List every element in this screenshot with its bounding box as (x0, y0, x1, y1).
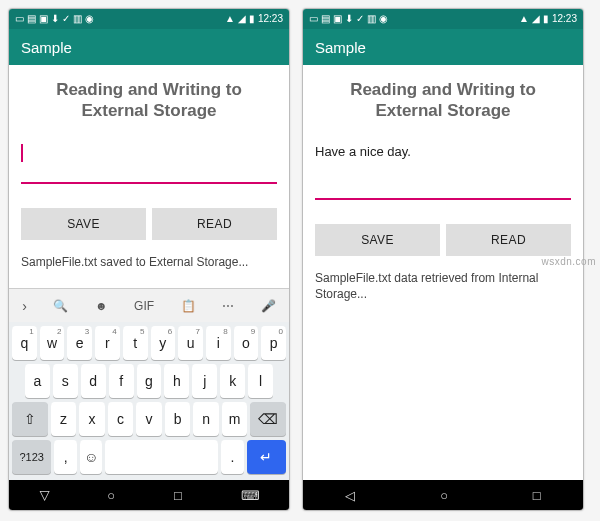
status-left-icons: ▭ ▤ ▣ ⬇ ✓ ▥ ◉ (309, 14, 388, 24)
signal-icon: ◢ (238, 14, 246, 24)
watermark: wsxdn.com (541, 255, 596, 266)
sd-icon: ▤ (27, 14, 36, 24)
nav-keyboard-icon[interactable]: ⌨ (241, 488, 260, 503)
content-area: Reading and Writing to External Storage … (303, 65, 583, 480)
text-input[interactable] (21, 140, 277, 184)
dot-icon: ◉ (379, 14, 388, 24)
wifi-icon: ▲ (519, 14, 529, 24)
app-title: Sample (21, 39, 72, 56)
key-b[interactable]: b (165, 402, 191, 436)
clipboard-icon[interactable]: 📋 (181, 299, 196, 313)
key-g[interactable]: g (137, 364, 162, 398)
gif-button[interactable]: GIF (134, 299, 154, 313)
save-button[interactable]: SAVE (315, 224, 440, 256)
content-area: Reading and Writing to External Storage … (9, 65, 289, 288)
key-c[interactable]: c (108, 402, 134, 436)
sticker-icon[interactable]: ☻ (95, 299, 108, 313)
status-text: SampleFile.txt saved to External Storage… (21, 254, 277, 271)
nav-home[interactable]: ○ (107, 488, 115, 503)
button-row: SAVE READ (315, 224, 571, 256)
keyboard-suggestion-bar[interactable]: › 🔍 ☻ GIF 📋 ⋯ 🎤 (9, 288, 289, 322)
key-j[interactable]: j (192, 364, 217, 398)
key-v[interactable]: v (136, 402, 162, 436)
nav-recent[interactable]: □ (174, 488, 182, 503)
check-icon: ✓ (62, 14, 70, 24)
button-row: SAVE READ (21, 208, 277, 240)
download-icon: ⬇ (345, 14, 353, 24)
key-shift[interactable]: ⇧ (12, 402, 48, 436)
cal-icon: ▥ (367, 14, 376, 24)
signal-icon: ◢ (532, 14, 540, 24)
key-row-3: ⇧ z x c v b n m ⌫ (12, 402, 286, 436)
key-f[interactable]: f (109, 364, 134, 398)
key-p[interactable]: p0 (261, 326, 286, 360)
key-e[interactable]: e3 (67, 326, 92, 360)
cal-icon: ▥ (73, 14, 82, 24)
text-cursor (21, 144, 23, 162)
key-u[interactable]: u7 (178, 326, 203, 360)
status-bar: ▭ ▤ ▣ ⬇ ✓ ▥ ◉ ▲ ◢ ▮ 12:23 (303, 9, 583, 29)
nav-bar: ◁ ○ □ ⌨ (9, 480, 289, 510)
nav-bar: ◁ ○ □ (303, 480, 583, 510)
nav-recent[interactable]: □ (533, 488, 541, 503)
app-bar: Sample (9, 29, 289, 65)
key-k[interactable]: k (220, 364, 245, 398)
key-h[interactable]: h (164, 364, 189, 398)
sim-icon: ▭ (309, 14, 318, 24)
clock: 12:23 (552, 14, 577, 24)
page-title: Reading and Writing to External Storage (21, 79, 277, 122)
soft-keyboard[interactable]: q1 w2 e3 r4 t5 y6 u7 i8 o9 p0 a s d f g … (9, 322, 289, 480)
nav-home[interactable]: ○ (440, 488, 448, 503)
battery-icon: ▮ (543, 14, 549, 24)
search-icon[interactable]: 🔍 (53, 299, 68, 313)
key-r[interactable]: r4 (95, 326, 120, 360)
phone-left: ▭ ▤ ▣ ⬇ ✓ ▥ ◉ ▲ ◢ ▮ 12:23 Sample Reading… (8, 8, 290, 511)
sd-icon: ▤ (321, 14, 330, 24)
key-s[interactable]: s (53, 364, 78, 398)
key-symbols[interactable]: ?123 (12, 440, 51, 474)
read-button[interactable]: READ (152, 208, 277, 240)
key-x[interactable]: x (79, 402, 105, 436)
key-i[interactable]: i8 (206, 326, 231, 360)
battery-icon: ▮ (249, 14, 255, 24)
key-a[interactable]: a (25, 364, 50, 398)
key-o[interactable]: o9 (234, 326, 259, 360)
key-t[interactable]: t5 (123, 326, 148, 360)
key-row-1: q1 w2 e3 r4 t5 y6 u7 i8 o9 p0 (12, 326, 286, 360)
chevron-right-icon[interactable]: › (22, 298, 27, 314)
nav-back[interactable]: ◁ (36, 490, 51, 500)
key-enter[interactable]: ↵ (247, 440, 286, 474)
dot-icon: ◉ (85, 14, 94, 24)
key-z[interactable]: z (51, 402, 77, 436)
clock: 12:23 (258, 14, 283, 24)
nav-back[interactable]: ◁ (345, 488, 355, 503)
key-period[interactable]: . (221, 440, 244, 474)
wifi-icon: ▲ (225, 14, 235, 24)
app-bar: Sample (303, 29, 583, 65)
download-icon: ⬇ (51, 14, 59, 24)
text-input[interactable]: Have a nice day. (315, 140, 571, 200)
key-comma[interactable]: , (54, 440, 77, 474)
page-title: Reading and Writing to External Storage (315, 79, 571, 122)
key-d[interactable]: d (81, 364, 106, 398)
read-button[interactable]: READ (446, 224, 571, 256)
key-w[interactable]: w2 (40, 326, 65, 360)
mic-icon[interactable]: 🎤 (261, 299, 276, 313)
app-title: Sample (315, 39, 366, 56)
status-right-icons: ▲ ◢ ▮ 12:23 (519, 14, 577, 24)
key-q[interactable]: q1 (12, 326, 37, 360)
key-emoji[interactable]: ☺ (80, 440, 103, 474)
save-button[interactable]: SAVE (21, 208, 146, 240)
more-icon[interactable]: ⋯ (222, 299, 234, 313)
key-n[interactable]: n (193, 402, 219, 436)
camera-icon: ▣ (333, 14, 342, 24)
input-value: Have a nice day. (315, 144, 411, 162)
key-m[interactable]: m (222, 402, 248, 436)
key-backspace[interactable]: ⌫ (250, 402, 286, 436)
key-space[interactable] (105, 440, 218, 474)
status-text: SampleFile.txt data retrieved from Inter… (315, 270, 571, 304)
camera-icon: ▣ (39, 14, 48, 24)
key-l[interactable]: l (248, 364, 273, 398)
key-y[interactable]: y6 (151, 326, 176, 360)
check-icon: ✓ (356, 14, 364, 24)
